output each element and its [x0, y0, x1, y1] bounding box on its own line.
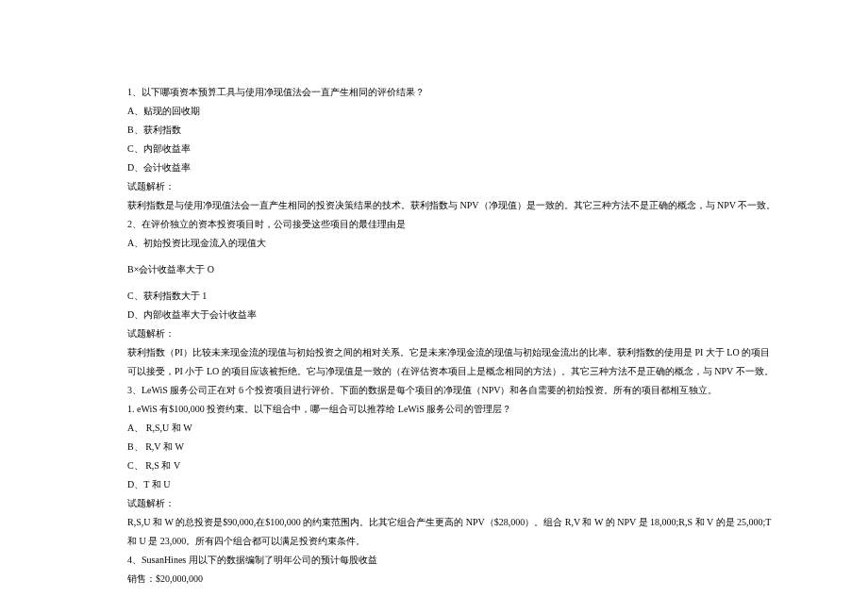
text-line: A、初始投资比现金流入的现值大 [127, 234, 778, 253]
text-line: 试题解析： [127, 494, 778, 513]
text-line: A、 R,S,U 和 W [127, 419, 778, 438]
text-line: C、内部收益率 [127, 140, 778, 158]
text-line: 3、LeWiS 服务公司正在对 6 个投资项目进行评价。下面的数据是每个项目的净… [127, 381, 778, 400]
text-line: 获利指数（PI）比较未来现金流的现值与初始投资之间的相对关系。它是未来净现金流的… [127, 343, 778, 381]
text-line: 获利指数是与使用净现值法会一直产生相同的投资决策结果的技术。获利指数与 NPV（… [127, 196, 778, 215]
text-line: D、会计收益率 [127, 158, 778, 177]
text-line: B、 R,V 和 W [127, 438, 778, 456]
content-block: 1、以下哪项资本预算工具与使用净现值法会一直产生相同的评价结果？A、贴现的回收期… [127, 83, 778, 589]
spacer [127, 253, 778, 260]
text-line: 2、在评价独立的资本投资项目时，公司接受这些项目的最佳理由是 [127, 215, 778, 234]
text-line: C、获利指数大于 1 [127, 287, 778, 306]
text-line: B、获利指数 [127, 121, 778, 140]
spacer [127, 279, 778, 287]
text-line: 1. eWiS 有$100,000 投资约束。以下组合中，哪一组合可以推荐给 L… [127, 400, 778, 419]
text-line: 销售：$20,000,000 [127, 570, 778, 589]
text-line: 试题解析： [127, 324, 778, 343]
text-line: A、贴现的回收期 [127, 102, 778, 121]
text-line: R,S,U 和 W 的总投资是$90,000,在$100,000 的约束范围内。… [127, 513, 778, 551]
text-line: 试题解析： [127, 177, 778, 196]
text-line: C、 R,S 和 V [127, 456, 778, 475]
text-line: 1、以下哪项资本预算工具与使用净现值法会一直产生相同的评价结果？ [127, 83, 778, 102]
text-line: D、内部收益率大于会计收益率 [127, 306, 778, 324]
text-line: 4、SusanHines 用以下的数据编制了明年公司的预计每股收益 [127, 551, 778, 570]
document-page: 1、以下哪项资本预算工具与使用净现值法会一直产生相同的评价结果？A、贴现的回收期… [0, 0, 868, 589]
text-line: B×会计收益率大于 O [127, 260, 778, 279]
text-line: D、T 和 U [127, 475, 778, 494]
